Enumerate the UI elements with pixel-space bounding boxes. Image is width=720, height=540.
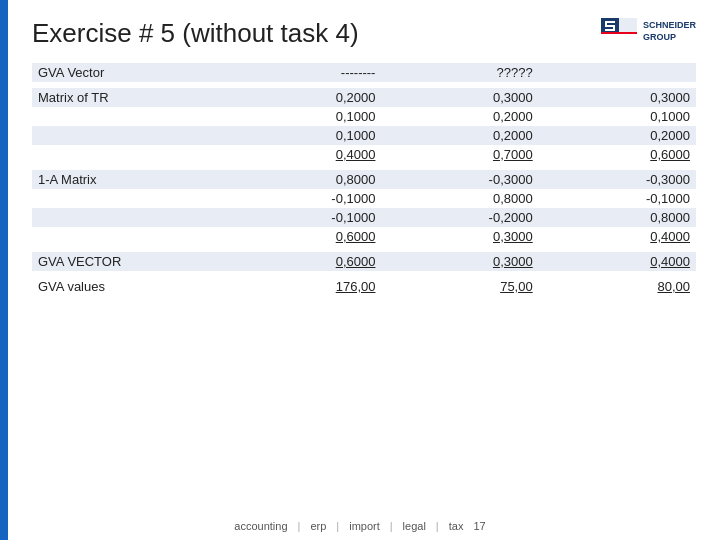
svg-rect-5 [605, 29, 615, 31]
footer-page: 17 [473, 520, 485, 532]
col3-value: 0,6000 [539, 145, 696, 164]
table-row: 0,60000,30000,4000 [32, 227, 696, 246]
table-row: 0,10000,20000,2000 [32, 126, 696, 145]
col3-value: 0,2000 [539, 126, 696, 145]
col3-value: 0,1000 [539, 107, 696, 126]
svg-rect-7 [613, 25, 615, 29]
col2-value: 0,3000 [381, 252, 538, 271]
col1-value: -------- [224, 63, 381, 82]
col3-value: 0,8000 [539, 208, 696, 227]
row-label [32, 126, 224, 145]
row-label [32, 208, 224, 227]
left-accent-bar [0, 0, 8, 540]
col1-value: 0,1000 [224, 126, 381, 145]
table-row: GVA VECTOR0,60000,30000,4000 [32, 252, 696, 271]
row-label: Matrix of TR [32, 88, 224, 107]
header: Exercise # 5 (without task 4) SCHNEIDER … [8, 0, 720, 59]
row-label [32, 227, 224, 246]
footer-sep-3: | [390, 520, 393, 532]
logo-icon [601, 18, 637, 46]
row-label [32, 145, 224, 164]
col2-value: 75,00 [381, 277, 538, 296]
col3-value: -0,3000 [539, 170, 696, 189]
col1-value: 0,6000 [224, 227, 381, 246]
footer-erp: erp [310, 520, 326, 532]
page-title: Exercise # 5 (without task 4) [32, 18, 359, 49]
col1-value: 0,4000 [224, 145, 381, 164]
col1-value: 0,1000 [224, 107, 381, 126]
col1-value: -0,1000 [224, 189, 381, 208]
col3-value: -0,1000 [539, 189, 696, 208]
logo: SCHNEIDER GROUP [601, 18, 696, 46]
main-table-container: GVA Vector--------?????Matrix of TR0,200… [32, 63, 696, 296]
col2-value: 0,7000 [381, 145, 538, 164]
col1-value: 176,00 [224, 277, 381, 296]
logo-text: SCHNEIDER GROUP [643, 20, 696, 43]
footer-tax: tax [449, 520, 464, 532]
col2-value: 0,2000 [381, 126, 538, 145]
row-label: GVA values [32, 277, 224, 296]
col2-value: 0,2000 [381, 107, 538, 126]
col2-value: 0,3000 [381, 88, 538, 107]
table-row: 0,40000,70000,6000 [32, 145, 696, 164]
table-row: -0,10000,8000-0,1000 [32, 189, 696, 208]
col3-value: 80,00 [539, 277, 696, 296]
svg-rect-2 [601, 32, 637, 34]
row-label: GVA VECTOR [32, 252, 224, 271]
row-label: GVA Vector [32, 63, 224, 82]
data-table: GVA Vector--------?????Matrix of TR0,200… [32, 63, 696, 296]
footer-accounting: accounting [234, 520, 287, 532]
row-label [32, 107, 224, 126]
table-row: 1-A Matrix0,8000-0,3000-0,3000 [32, 170, 696, 189]
col2-value: ????? [381, 63, 538, 82]
footer-import: import [349, 520, 380, 532]
svg-rect-1 [619, 18, 637, 32]
table-row: 0,10000,20000,1000 [32, 107, 696, 126]
col1-value: -0,1000 [224, 208, 381, 227]
col2-value: -0,2000 [381, 208, 538, 227]
footer-sep-4: | [436, 520, 439, 532]
col3-value [539, 63, 696, 82]
col1-value: 0,8000 [224, 170, 381, 189]
footer-legal: legal [403, 520, 426, 532]
svg-rect-6 [605, 21, 607, 25]
row-label: 1-A Matrix [32, 170, 224, 189]
col1-value: 0,2000 [224, 88, 381, 107]
col3-value: 0,3000 [539, 88, 696, 107]
col2-value: -0,3000 [381, 170, 538, 189]
footer-sep-2: | [336, 520, 339, 532]
col3-value: 0,4000 [539, 252, 696, 271]
footer-sep-1: | [298, 520, 301, 532]
col1-value: 0,6000 [224, 252, 381, 271]
table-row: -0,1000-0,20000,8000 [32, 208, 696, 227]
table-row: GVA Vector--------????? [32, 63, 696, 82]
row-label [32, 189, 224, 208]
col2-value: 0,3000 [381, 227, 538, 246]
table-row: GVA values176,0075,0080,00 [32, 277, 696, 296]
footer: accounting | erp | import | legal | tax … [0, 520, 720, 532]
table-row: Matrix of TR0,20000,30000,3000 [32, 88, 696, 107]
col3-value: 0,4000 [539, 227, 696, 246]
col2-value: 0,8000 [381, 189, 538, 208]
